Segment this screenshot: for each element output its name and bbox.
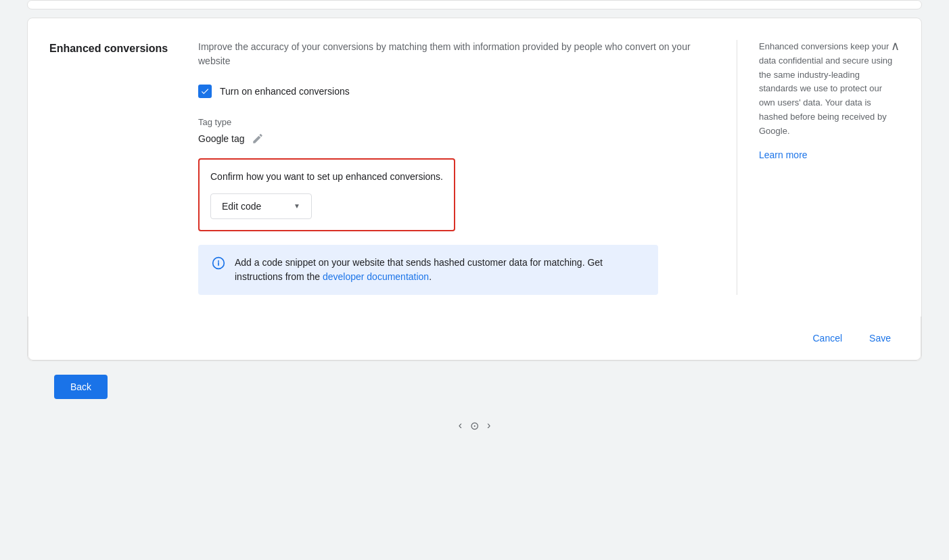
section-title: Enhanced conversions bbox=[49, 43, 182, 55]
tag-name: Google tag bbox=[198, 133, 245, 144]
enhanced-conversions-card: Enhanced conversions Improve the accurac… bbox=[27, 18, 922, 361]
info-text-after: . bbox=[429, 271, 432, 282]
pagination-left-icon[interactable]: ‹ bbox=[459, 419, 462, 431]
confirm-area: Confirm how you want to set up enhanced … bbox=[198, 158, 455, 231]
enhanced-conversions-checkbox[interactable] bbox=[198, 85, 212, 98]
section-left: Enhanced conversions bbox=[49, 40, 198, 295]
pagination-page-icon: ⊙ bbox=[470, 419, 479, 432]
tag-type-label: Tag type bbox=[198, 117, 710, 127]
section-right: ∧ Enhanced conversions keep your data co… bbox=[737, 40, 900, 295]
edit-tag-icon[interactable] bbox=[252, 133, 264, 145]
info-icon bbox=[212, 256, 225, 270]
tag-row: Google tag bbox=[198, 133, 710, 145]
collapsed-card bbox=[27, 0, 922, 9]
developer-documentation-link[interactable]: developer documentation bbox=[323, 271, 429, 282]
learn-more-link[interactable]: Learn more bbox=[759, 149, 900, 160]
confirm-text: Confirm how you want to set up enhanced … bbox=[210, 170, 443, 184]
right-panel-text: Enhanced conversions keep your data conf… bbox=[759, 40, 900, 139]
collapse-icon[interactable]: ∧ bbox=[891, 40, 900, 52]
pagination-right-icon[interactable]: › bbox=[487, 419, 490, 431]
pagination-area: ‹ ⊙ › bbox=[27, 413, 922, 435]
action-bar: Cancel Save bbox=[28, 317, 921, 360]
back-button[interactable]: Back bbox=[54, 375, 108, 399]
save-button[interactable]: Save bbox=[861, 327, 899, 349]
edit-code-dropdown[interactable]: Edit code ▼ bbox=[210, 193, 312, 219]
info-box: Add a code snippet on your website that … bbox=[198, 245, 658, 295]
checkbox-label: Turn on enhanced conversions bbox=[220, 86, 350, 97]
checkbox-row[interactable]: Turn on enhanced conversions bbox=[198, 85, 710, 98]
section-description: Improve the accuracy of your conversions… bbox=[198, 40, 710, 68]
info-text: Add a code snippet on your website that … bbox=[235, 256, 645, 284]
back-area: Back bbox=[27, 361, 922, 413]
dropdown-arrow-icon: ▼ bbox=[294, 202, 300, 210]
dropdown-label: Edit code bbox=[222, 201, 261, 212]
section-middle: Improve the accuracy of your conversions… bbox=[198, 40, 737, 295]
cancel-button[interactable]: Cancel bbox=[804, 327, 850, 349]
